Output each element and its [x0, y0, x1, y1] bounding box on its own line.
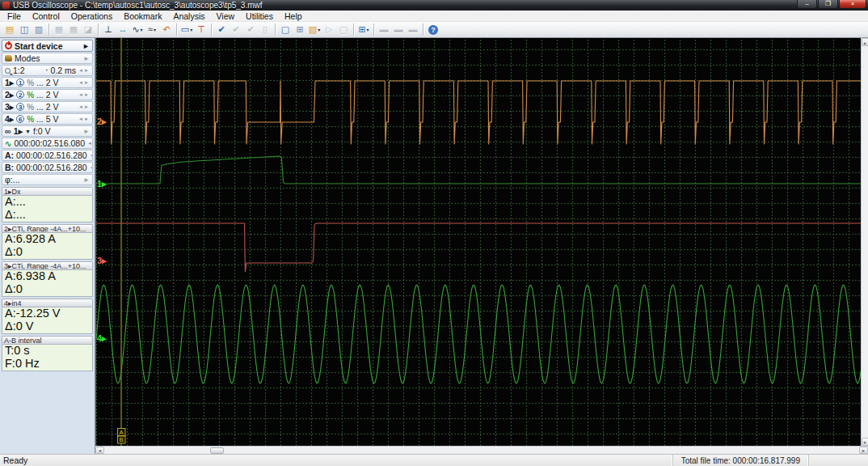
horizontal-scale-icon[interactable]: ≈▾: [145, 23, 159, 36]
pan-mode-icon[interactable]: ↔: [116, 23, 130, 36]
menu-item-analysis[interactable]: Analysis: [167, 11, 210, 22]
marker-b-row[interactable]: B: 000:00:02.516.280 ◄►: [2, 162, 93, 173]
chevron-right-icon: ►: [83, 176, 90, 184]
scale-row[interactable]: 1:2 ◔ 0.2 ms ◄►: [2, 65, 93, 76]
scroll-right-icon[interactable]: ►: [859, 447, 868, 454]
toolbar-separator: [48, 23, 49, 36]
channel-2-marker[interactable]: 2▸: [97, 116, 107, 126]
toolbar-separator: [373, 23, 374, 36]
channel-3-row[interactable]: 3▸ 3 % ... 2 V ◄►: [2, 101, 93, 112]
panel-header[interactable]: 2▸CTi, Range -4A...+10...: [2, 224, 93, 233]
measure-panel-ch3: 3▸CTi, Range -4A...+10... A:6.938 A Δ:0: [2, 261, 93, 297]
menu-item-bookmark[interactable]: Bookmark: [118, 11, 167, 22]
menu-item-file[interactable]: File: [2, 11, 27, 22]
print-icon[interactable]: ▥: [32, 23, 46, 36]
scrollbar-thumb[interactable]: [210, 447, 224, 454]
aux-3-icon: ▬: [406, 23, 420, 36]
menu-item-utilities[interactable]: Utilities: [240, 11, 279, 22]
aux-1-icon: ▬: [377, 23, 391, 36]
marker-tool-icon[interactable]: ⊤: [194, 23, 209, 36]
chevron-right-icon: ►: [83, 55, 90, 62]
channel-3-marker[interactable]: 3▸: [97, 256, 107, 265]
vertical-scale-icon[interactable]: ∿▾: [130, 23, 145, 36]
channel-1-row[interactable]: 1▸ 1 % ... 2 V ◄►: [2, 77, 93, 88]
trigger-level: f:0 V: [33, 126, 81, 136]
magnifier-icon: [5, 68, 11, 74]
report-table-icon[interactable]: ⊞▾: [356, 23, 371, 36]
save-fragment-icon[interactable]: ▧▾: [307, 23, 322, 36]
channel-3-range: ... 2 V: [36, 102, 76, 112]
channel-coupling-icon: %: [27, 103, 34, 112]
trigger-channel: 1▸: [14, 126, 23, 136]
row-nav-arrows[interactable]: ◄►: [90, 165, 93, 170]
channel-3-label: 3▸: [5, 102, 14, 112]
marker-b-label: B:: [5, 163, 14, 172]
row-nav-arrows[interactable]: ◄►: [78, 68, 90, 73]
phase-row[interactable]: φ:... ►: [2, 174, 93, 185]
vertical-scrollbar[interactable]: ▲ ▼: [861, 38, 868, 446]
channel-4-row[interactable]: 4▸ 6 % ... 5 V ◄►: [2, 113, 93, 125]
channel-1-marker[interactable]: 1▸: [97, 179, 107, 189]
panel-header[interactable]: 1▸Dx: [2, 187, 93, 196]
minimize-button[interactable]: –: [797, 0, 817, 9]
channel-4-range: ... 5 V: [36, 114, 76, 124]
start-device-button[interactable]: Start device ►: [2, 40, 93, 52]
scroll-up-icon[interactable]: ▲: [862, 38, 868, 46]
waveform-canvas: AB: [96, 38, 861, 446]
toolbar-separator: [423, 23, 423, 36]
power-icon: [5, 42, 12, 49]
row-nav-arrows[interactable]: ◄►: [90, 153, 93, 158]
menu-item-operations[interactable]: Operations: [65, 11, 118, 22]
channel-4-label: 4▸: [5, 114, 14, 124]
scroll-left-icon[interactable]: ◄: [95, 447, 104, 454]
time-per-div: 0.2 ms: [51, 66, 77, 75]
waveform-icon: ∿: [5, 139, 11, 148]
row-nav-arrows[interactable]: ◄►: [78, 80, 90, 85]
input-number-badge: 3: [16, 103, 24, 111]
measurement-cursor-icon[interactable]: ⊥: [101, 23, 116, 36]
measure-panel-ch2: 2▸CTi, Range -4A...+10... A:6.928 A Δ:0: [2, 224, 93, 260]
open-file-icon[interactable]: ▤: [2, 23, 17, 36]
menu-item-view[interactable]: View: [211, 11, 241, 22]
save-file-icon[interactable]: ◫: [17, 23, 32, 36]
window-title: USB Oscilloscope - C:\temp\autosc1\autos…: [13, 1, 263, 10]
display-settings-icon[interactable]: ▭▾: [179, 23, 194, 36]
panel-header[interactable]: A-B interval: [2, 336, 93, 345]
current-time-row[interactable]: ∿ 000:00:02.516.080 ◄►: [2, 138, 93, 149]
oscilloscope-display[interactable]: AB 2▸1▸3▸4▸: [95, 38, 861, 446]
waveform-ch2: [96, 81, 861, 144]
row-nav-arrows[interactable]: ◄►: [78, 104, 90, 109]
accept-icon[interactable]: ✔: [214, 23, 229, 36]
channel-2-row[interactable]: 2▸ 2 % ... 2 V ◄►: [2, 89, 93, 100]
toolbar-separator: [275, 23, 276, 36]
trigger-row[interactable]: ∞ 1▸ ▼ f:0 V ►: [2, 125, 93, 137]
row-nav-arrows[interactable]: ◄►: [78, 92, 90, 97]
channel-2-label: 2▸: [5, 90, 14, 100]
waveform-ch3: [96, 223, 861, 272]
help-about-icon[interactable]: ?: [426, 23, 440, 36]
close-button[interactable]: ×: [839, 0, 866, 9]
menu-item-control[interactable]: Control: [27, 11, 65, 22]
channel-4-marker[interactable]: 4▸: [97, 333, 107, 343]
chevron-right-icon: ►: [82, 42, 90, 50]
row-nav-arrows[interactable]: ◄►: [87, 141, 93, 146]
select-grid-icon[interactable]: ⊞: [293, 23, 307, 36]
select-region-icon[interactable]: ▢: [278, 23, 293, 36]
restore-button[interactable]: ❐: [818, 0, 838, 9]
modes-label: Modes: [15, 53, 81, 63]
modes-button[interactable]: Modes ►: [2, 53, 93, 64]
scroll-down-icon[interactable]: ▼: [862, 438, 868, 446]
channel-coupling-icon: %: [27, 78, 34, 87]
row-nav-arrows[interactable]: ◄►: [78, 116, 90, 121]
cursor-flag-label: B: [119, 436, 123, 443]
menu-item-help[interactable]: Help: [279, 11, 308, 22]
input-number-badge: 2: [16, 91, 24, 99]
panel-header[interactable]: 4▸in4: [2, 299, 93, 307]
panel-header[interactable]: 3▸CTi, Range -4A...+10...: [2, 261, 93, 270]
undo-icon[interactable]: ↶: [159, 23, 174, 36]
horizontal-scrollbar[interactable]: ◄ ►: [95, 446, 868, 454]
toolbar-separator: [98, 23, 99, 36]
chevron-right-icon: ►: [83, 128, 90, 135]
channel-coupling-icon: %: [27, 115, 34, 124]
marker-a-row[interactable]: A: 000:00:02.516.280 ◄►: [2, 150, 93, 161]
